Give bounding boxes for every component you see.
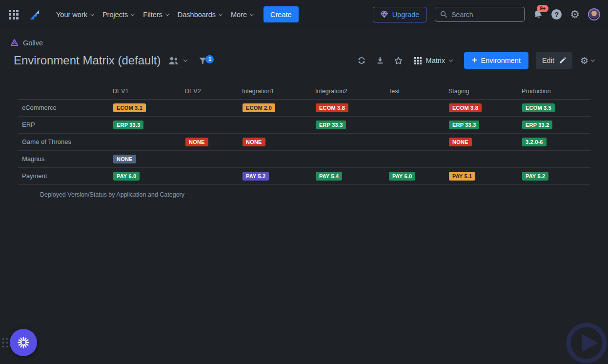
matrix-cell bbox=[314, 150, 387, 167]
version-badge[interactable]: ERP 33.3 bbox=[316, 121, 346, 129]
assistant-fab-button[interactable] bbox=[10, 329, 37, 356]
version-badge[interactable]: ERP 33.2 bbox=[522, 121, 552, 129]
version-badge[interactable]: ECOM 3.1 bbox=[113, 103, 146, 112]
golive-logo-icon bbox=[10, 38, 19, 47]
matrix-cell bbox=[241, 116, 314, 133]
add-environment-label: Environment bbox=[481, 57, 521, 64]
refresh-icon bbox=[357, 56, 366, 65]
version-badge[interactable]: PAY 5.1 bbox=[449, 172, 475, 181]
matrix-cell bbox=[112, 133, 184, 150]
favorite-button[interactable] bbox=[391, 53, 406, 68]
question-glyph: ? bbox=[554, 11, 559, 19]
download-icon bbox=[376, 56, 385, 65]
page-title: Environment Matrix (default) bbox=[14, 54, 161, 67]
edit-label: Edit bbox=[542, 57, 554, 64]
view-selector-label: Matrix bbox=[426, 57, 445, 64]
table-row: Payment PAY 6.0 PAY 5.2 PAY 5.4 PAY 6.0 … bbox=[18, 167, 590, 184]
matrix-cell: ECOM 2.0 bbox=[241, 99, 314, 116]
version-badge[interactable]: ERP 33.3 bbox=[449, 121, 479, 129]
chevron-down-icon bbox=[449, 58, 453, 61]
nav-item-filters[interactable]: Filters bbox=[139, 7, 173, 22]
matrix-cell bbox=[314, 133, 387, 150]
export-button[interactable] bbox=[372, 53, 388, 68]
matrix-cell bbox=[241, 150, 314, 167]
nav-item-label: Projects bbox=[102, 11, 128, 19]
upgrade-button[interactable]: Upgrade bbox=[373, 7, 427, 22]
header-row: DEV1 DEV2 Integration1 Integration2 Test… bbox=[18, 85, 590, 99]
version-badge[interactable]: ECOM 3.8 bbox=[449, 103, 482, 112]
version-badge[interactable]: PAY 5.2 bbox=[243, 172, 269, 181]
nav-item-your-work[interactable]: Your work bbox=[52, 7, 98, 22]
version-badge[interactable]: PAY 6.0 bbox=[113, 172, 140, 181]
pencil-icon bbox=[559, 57, 566, 64]
notifications-count-badge: 9+ bbox=[537, 5, 548, 12]
column-header: Production bbox=[521, 85, 590, 99]
matrix-cell: NONE bbox=[112, 150, 184, 167]
view-selector-dropdown[interactable]: Matrix bbox=[409, 52, 457, 69]
jira-logo[interactable] bbox=[28, 8, 41, 21]
version-badge[interactable]: 3.2.0-6 bbox=[522, 138, 547, 146]
matrix-cell: ECOM 3.8 bbox=[314, 99, 387, 116]
widget-drag-handle[interactable] bbox=[2, 338, 8, 347]
chevron-down-icon bbox=[591, 58, 595, 61]
matrix-cell: NONE bbox=[241, 133, 314, 150]
matrix-cell: ECOM 3.1 bbox=[112, 99, 184, 116]
matrix-cell: NONE bbox=[184, 133, 241, 150]
chevron-down-icon bbox=[131, 12, 135, 16]
matrix-cell: PAY 5.1 bbox=[447, 167, 521, 184]
breadcrumb[interactable]: Golive bbox=[10, 38, 608, 47]
nav-item-projects[interactable]: Projects bbox=[98, 7, 139, 22]
table-row: ERP ERP 33.3 ERP 33.3 ERP 33.3 ERP 33.2 bbox=[18, 116, 590, 133]
matrix-settings-dropdown[interactable]: ⚙ bbox=[580, 56, 594, 65]
sparkle-burst-icon bbox=[17, 336, 30, 349]
chevron-down-icon[interactable] bbox=[183, 58, 187, 61]
app-switcher-icon[interactable] bbox=[9, 10, 19, 20]
navbar-left: Your work Projects Filters Dashboards Mo… bbox=[9, 6, 299, 22]
filter-button[interactable]: 1 bbox=[199, 57, 214, 65]
navbar-right: Upgrade 9+ ? ⚙ bbox=[373, 7, 600, 22]
version-badge[interactable]: ECOM 3.5 bbox=[522, 103, 555, 112]
version-badge[interactable]: ECOM 2.0 bbox=[243, 103, 275, 112]
user-avatar[interactable] bbox=[588, 8, 600, 20]
version-badge[interactable]: NONE bbox=[185, 138, 208, 146]
shared-with-button[interactable] bbox=[168, 57, 179, 65]
environment-matrix: DEV1 DEV2 Integration1 Integration2 Test… bbox=[18, 85, 608, 198]
version-badge[interactable]: NONE bbox=[449, 138, 472, 146]
version-badge[interactable]: ERP 33.3 bbox=[113, 121, 143, 129]
matrix-cell: ERP 33.3 bbox=[447, 116, 521, 133]
gear-icon: ⚙ bbox=[570, 9, 580, 20]
notifications-button[interactable]: 9+ bbox=[533, 9, 543, 20]
column-header: DEV2 bbox=[184, 85, 241, 99]
search-input[interactable] bbox=[451, 11, 515, 19]
version-badge[interactable]: PAY 5.4 bbox=[316, 172, 342, 181]
matrix-table: DEV1 DEV2 Integration1 Integration2 Test… bbox=[18, 85, 590, 185]
play-icon bbox=[566, 322, 608, 364]
create-button[interactable]: Create bbox=[263, 6, 299, 22]
add-environment-button[interactable]: + Environment bbox=[464, 52, 528, 69]
version-badge[interactable]: NONE bbox=[243, 138, 265, 146]
column-header-apps bbox=[18, 85, 112, 99]
nav-item-more[interactable]: More bbox=[226, 7, 258, 22]
version-badge[interactable]: PAY 6.0 bbox=[389, 172, 415, 181]
chevron-down-icon bbox=[165, 12, 169, 16]
refresh-button[interactable] bbox=[354, 53, 369, 68]
matrix-caption: Deployed Version/Status by Application a… bbox=[40, 191, 608, 198]
settings-button[interactable]: ⚙ bbox=[570, 9, 580, 20]
gem-icon bbox=[380, 10, 388, 19]
version-badge[interactable]: ECOM 3.8 bbox=[316, 103, 348, 112]
app-name: Magnus bbox=[18, 150, 112, 167]
edit-button[interactable]: Edit bbox=[536, 52, 572, 69]
version-badge[interactable]: NONE bbox=[113, 155, 136, 163]
screen-recording-play-button[interactable] bbox=[566, 322, 608, 364]
column-header: Test bbox=[387, 85, 447, 99]
app-name: Game of Thrones bbox=[18, 133, 112, 150]
view-toolbar: Matrix + Environment Edit ⚙ bbox=[354, 52, 594, 69]
help-button[interactable]: ? bbox=[551, 9, 562, 20]
plus-icon: + bbox=[472, 56, 477, 64]
version-badge[interactable]: PAY 5.2 bbox=[522, 172, 548, 181]
nav-item-label: Filters bbox=[143, 11, 162, 19]
matrix-cell bbox=[387, 116, 447, 133]
column-header: Integration1 bbox=[241, 85, 314, 99]
nav-item-dashboards[interactable]: Dashboards bbox=[173, 7, 226, 22]
search-box[interactable] bbox=[435, 7, 525, 22]
